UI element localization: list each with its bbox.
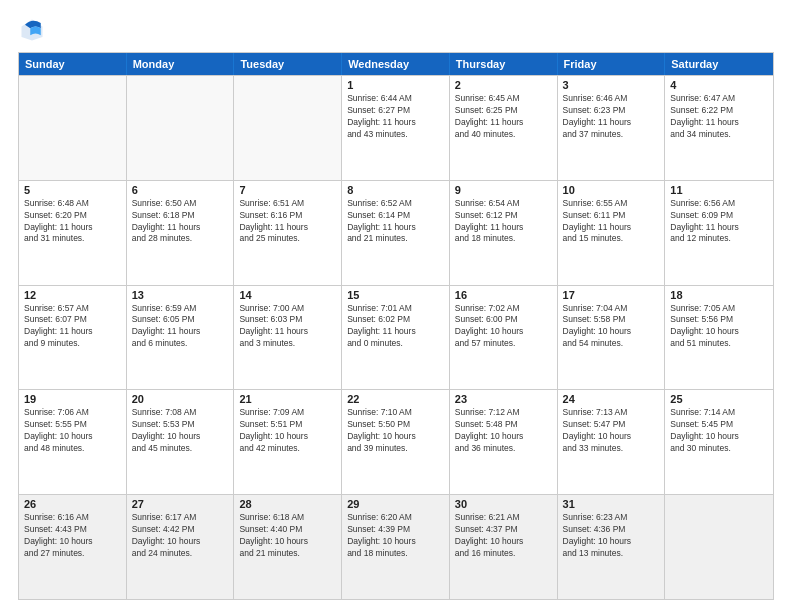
- calendar-cell: [19, 76, 127, 180]
- calendar-header-cell: Sunday: [19, 53, 127, 75]
- day-number: 28: [239, 498, 336, 510]
- day-info: Sunrise: 7:01 AM Sunset: 6:02 PM Dayligh…: [347, 303, 444, 351]
- calendar-cell: 23Sunrise: 7:12 AM Sunset: 5:48 PM Dayli…: [450, 390, 558, 494]
- day-number: 25: [670, 393, 768, 405]
- calendar-header-cell: Wednesday: [342, 53, 450, 75]
- calendar-cell: 2Sunrise: 6:45 AM Sunset: 6:25 PM Daylig…: [450, 76, 558, 180]
- calendar-cell: 22Sunrise: 7:10 AM Sunset: 5:50 PM Dayli…: [342, 390, 450, 494]
- day-info: Sunrise: 7:02 AM Sunset: 6:00 PM Dayligh…: [455, 303, 552, 351]
- page: SundayMondayTuesdayWednesdayThursdayFrid…: [0, 0, 792, 612]
- calendar-week-row: 26Sunrise: 6:16 AM Sunset: 4:43 PM Dayli…: [19, 494, 773, 599]
- calendar-cell: 11Sunrise: 6:56 AM Sunset: 6:09 PM Dayli…: [665, 181, 773, 285]
- calendar-cell: 1Sunrise: 6:44 AM Sunset: 6:27 PM Daylig…: [342, 76, 450, 180]
- day-number: 5: [24, 184, 121, 196]
- calendar-header-cell: Thursday: [450, 53, 558, 75]
- calendar-week-row: 19Sunrise: 7:06 AM Sunset: 5:55 PM Dayli…: [19, 389, 773, 494]
- calendar-week-row: 12Sunrise: 6:57 AM Sunset: 6:07 PM Dayli…: [19, 285, 773, 390]
- day-number: 24: [563, 393, 660, 405]
- calendar-week-row: 1Sunrise: 6:44 AM Sunset: 6:27 PM Daylig…: [19, 75, 773, 180]
- calendar-cell: 5Sunrise: 6:48 AM Sunset: 6:20 PM Daylig…: [19, 181, 127, 285]
- calendar-cell: 12Sunrise: 6:57 AM Sunset: 6:07 PM Dayli…: [19, 286, 127, 390]
- day-info: Sunrise: 7:13 AM Sunset: 5:47 PM Dayligh…: [563, 407, 660, 455]
- day-number: 18: [670, 289, 768, 301]
- calendar-cell: 10Sunrise: 6:55 AM Sunset: 6:11 PM Dayli…: [558, 181, 666, 285]
- day-info: Sunrise: 6:23 AM Sunset: 4:36 PM Dayligh…: [563, 512, 660, 560]
- calendar-cell: 30Sunrise: 6:21 AM Sunset: 4:37 PM Dayli…: [450, 495, 558, 599]
- day-number: 22: [347, 393, 444, 405]
- calendar-cell: 13Sunrise: 6:59 AM Sunset: 6:05 PM Dayli…: [127, 286, 235, 390]
- day-info: Sunrise: 6:16 AM Sunset: 4:43 PM Dayligh…: [24, 512, 121, 560]
- day-number: 29: [347, 498, 444, 510]
- day-number: 9: [455, 184, 552, 196]
- day-info: Sunrise: 6:48 AM Sunset: 6:20 PM Dayligh…: [24, 198, 121, 246]
- calendar-cell: 21Sunrise: 7:09 AM Sunset: 5:51 PM Dayli…: [234, 390, 342, 494]
- day-info: Sunrise: 7:06 AM Sunset: 5:55 PM Dayligh…: [24, 407, 121, 455]
- day-number: 23: [455, 393, 552, 405]
- day-number: 31: [563, 498, 660, 510]
- day-number: 8: [347, 184, 444, 196]
- day-info: Sunrise: 6:52 AM Sunset: 6:14 PM Dayligh…: [347, 198, 444, 246]
- day-info: Sunrise: 7:10 AM Sunset: 5:50 PM Dayligh…: [347, 407, 444, 455]
- calendar-cell: 29Sunrise: 6:20 AM Sunset: 4:39 PM Dayli…: [342, 495, 450, 599]
- calendar-cell: [665, 495, 773, 599]
- calendar-cell: 14Sunrise: 7:00 AM Sunset: 6:03 PM Dayli…: [234, 286, 342, 390]
- day-number: 27: [132, 498, 229, 510]
- day-info: Sunrise: 7:08 AM Sunset: 5:53 PM Dayligh…: [132, 407, 229, 455]
- day-number: 7: [239, 184, 336, 196]
- day-number: 20: [132, 393, 229, 405]
- day-info: Sunrise: 7:09 AM Sunset: 5:51 PM Dayligh…: [239, 407, 336, 455]
- calendar-week-row: 5Sunrise: 6:48 AM Sunset: 6:20 PM Daylig…: [19, 180, 773, 285]
- day-number: 14: [239, 289, 336, 301]
- calendar-header-cell: Monday: [127, 53, 235, 75]
- day-number: 19: [24, 393, 121, 405]
- day-number: 12: [24, 289, 121, 301]
- day-number: 4: [670, 79, 768, 91]
- calendar-cell: 28Sunrise: 6:18 AM Sunset: 4:40 PM Dayli…: [234, 495, 342, 599]
- calendar-header-row: SundayMondayTuesdayWednesdayThursdayFrid…: [19, 53, 773, 75]
- day-number: 15: [347, 289, 444, 301]
- day-info: Sunrise: 6:55 AM Sunset: 6:11 PM Dayligh…: [563, 198, 660, 246]
- day-number: 10: [563, 184, 660, 196]
- day-info: Sunrise: 6:20 AM Sunset: 4:39 PM Dayligh…: [347, 512, 444, 560]
- calendar-body: 1Sunrise: 6:44 AM Sunset: 6:27 PM Daylig…: [19, 75, 773, 599]
- header: [18, 16, 774, 44]
- calendar-cell: 17Sunrise: 7:04 AM Sunset: 5:58 PM Dayli…: [558, 286, 666, 390]
- day-info: Sunrise: 6:47 AM Sunset: 6:22 PM Dayligh…: [670, 93, 768, 141]
- calendar-cell: [127, 76, 235, 180]
- calendar-cell: 27Sunrise: 6:17 AM Sunset: 4:42 PM Dayli…: [127, 495, 235, 599]
- day-info: Sunrise: 6:21 AM Sunset: 4:37 PM Dayligh…: [455, 512, 552, 560]
- calendar-cell: 19Sunrise: 7:06 AM Sunset: 5:55 PM Dayli…: [19, 390, 127, 494]
- calendar-cell: 4Sunrise: 6:47 AM Sunset: 6:22 PM Daylig…: [665, 76, 773, 180]
- day-number: 6: [132, 184, 229, 196]
- day-number: 16: [455, 289, 552, 301]
- calendar-header-cell: Saturday: [665, 53, 773, 75]
- day-number: 26: [24, 498, 121, 510]
- day-info: Sunrise: 6:17 AM Sunset: 4:42 PM Dayligh…: [132, 512, 229, 560]
- day-info: Sunrise: 6:50 AM Sunset: 6:18 PM Dayligh…: [132, 198, 229, 246]
- logo-icon: [18, 16, 46, 44]
- calendar-cell: 31Sunrise: 6:23 AM Sunset: 4:36 PM Dayli…: [558, 495, 666, 599]
- calendar-cell: 9Sunrise: 6:54 AM Sunset: 6:12 PM Daylig…: [450, 181, 558, 285]
- day-number: 21: [239, 393, 336, 405]
- day-info: Sunrise: 6:46 AM Sunset: 6:23 PM Dayligh…: [563, 93, 660, 141]
- calendar-cell: 15Sunrise: 7:01 AM Sunset: 6:02 PM Dayli…: [342, 286, 450, 390]
- day-number: 3: [563, 79, 660, 91]
- calendar-cell: 7Sunrise: 6:51 AM Sunset: 6:16 PM Daylig…: [234, 181, 342, 285]
- day-number: 11: [670, 184, 768, 196]
- logo: [18, 16, 50, 44]
- calendar-cell: 16Sunrise: 7:02 AM Sunset: 6:00 PM Dayli…: [450, 286, 558, 390]
- day-info: Sunrise: 6:56 AM Sunset: 6:09 PM Dayligh…: [670, 198, 768, 246]
- calendar-cell: 25Sunrise: 7:14 AM Sunset: 5:45 PM Dayli…: [665, 390, 773, 494]
- calendar-cell: 3Sunrise: 6:46 AM Sunset: 6:23 PM Daylig…: [558, 76, 666, 180]
- day-info: Sunrise: 7:05 AM Sunset: 5:56 PM Dayligh…: [670, 303, 768, 351]
- calendar-cell: 20Sunrise: 7:08 AM Sunset: 5:53 PM Dayli…: [127, 390, 235, 494]
- day-info: Sunrise: 7:12 AM Sunset: 5:48 PM Dayligh…: [455, 407, 552, 455]
- day-number: 17: [563, 289, 660, 301]
- day-number: 1: [347, 79, 444, 91]
- day-info: Sunrise: 6:51 AM Sunset: 6:16 PM Dayligh…: [239, 198, 336, 246]
- calendar-header-cell: Friday: [558, 53, 666, 75]
- day-number: 2: [455, 79, 552, 91]
- day-info: Sunrise: 7:04 AM Sunset: 5:58 PM Dayligh…: [563, 303, 660, 351]
- day-info: Sunrise: 6:59 AM Sunset: 6:05 PM Dayligh…: [132, 303, 229, 351]
- day-info: Sunrise: 6:57 AM Sunset: 6:07 PM Dayligh…: [24, 303, 121, 351]
